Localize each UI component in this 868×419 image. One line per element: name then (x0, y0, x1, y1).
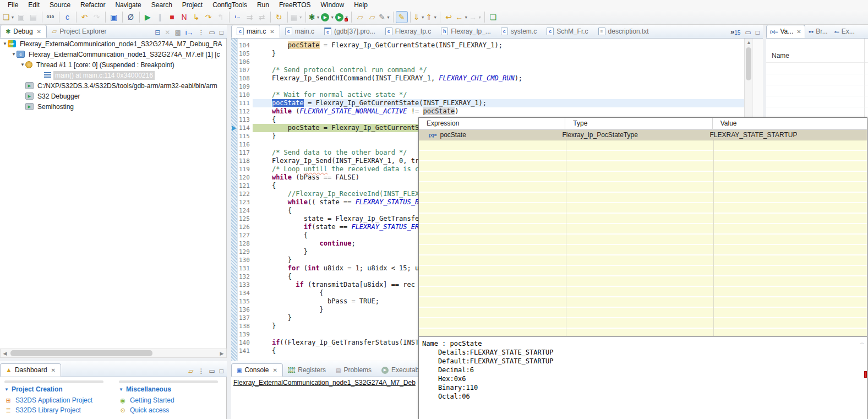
line-ruler[interactable] (231, 140, 238, 149)
line-ruler[interactable] (231, 182, 238, 190)
line-number[interactable]: 130 (238, 256, 253, 264)
vertical-splitter[interactable] (227, 25, 231, 419)
profile-launch-icon[interactable]: ▶▼ (335, 11, 349, 23)
debug-tree-item[interactable]: ▶Semihosting (0, 101, 226, 112)
scrollbar-thumb[interactable] (746, 47, 751, 80)
line-ruler[interactable] (231, 339, 238, 347)
save-all-icon[interactable]: ▤ (28, 11, 40, 23)
maximize-icon[interactable]: □ (220, 368, 223, 374)
tab-br[interactable]: ●●Br... (805, 25, 831, 38)
relaunch-icon[interactable]: ↻ (273, 11, 285, 23)
disconnect-icon[interactable]: N (178, 11, 190, 23)
close-icon[interactable]: ✕ (37, 29, 41, 35)
code-line[interactable]: 104 pocState = Flexray_Ip_GetCurrentStat… (231, 41, 749, 50)
open-perspective-icon[interactable]: ▱ (188, 368, 193, 374)
step-filters-icon[interactable]: ⇄ (256, 11, 268, 23)
more-tabs-indicator[interactable]: »15 (730, 27, 740, 38)
line-number[interactable]: 134 (238, 289, 253, 297)
save-icon[interactable]: ▣ (15, 11, 28, 23)
code-line[interactable]: 109 (231, 83, 749, 91)
tab-va[interactable]: (x)=Va...✕ (766, 25, 805, 38)
editor-tab-flexray-ip-c[interactable]: cFlexray_Ip.c (380, 25, 436, 38)
editor-vscrollbar[interactable]: ▲ (744, 39, 752, 117)
line-number[interactable]: 124 (238, 206, 253, 215)
line-number[interactable]: 123 (238, 198, 253, 206)
editor-tab-flexray-ip[interactable]: hFlexray_Ip_... (436, 25, 496, 38)
menu-freertos[interactable]: FreeRTOS (275, 1, 315, 9)
scroll-up-icon[interactable]: ︿ (860, 339, 865, 346)
line-number[interactable]: 110 (238, 91, 253, 99)
new-wizard-icon[interactable]: ❏▼ (2, 11, 15, 23)
line-number[interactable]: 104 (238, 41, 253, 50)
menu-project[interactable]: Project (178, 1, 207, 9)
line-number[interactable]: 138 (238, 322, 253, 330)
line-number[interactable]: 112 (238, 107, 253, 116)
link-s32ds-application-project[interactable]: ⊞S32DS Application Project (4, 395, 103, 405)
code-line[interactable]: 108 Flexray_Ip_SendCHICommand(INST_FLEXR… (231, 74, 749, 83)
tree-expander-icon[interactable]: ▼ (20, 62, 25, 67)
last-edit-location-icon[interactable]: ↩ (443, 11, 455, 23)
line-number[interactable]: 132 (238, 273, 253, 281)
tab-problems[interactable]: ▤Problems (331, 363, 376, 377)
connect-icon[interactable]: ⊟ (155, 29, 160, 36)
line-number[interactable]: 121 (238, 182, 253, 190)
scroll-up-icon[interactable]: ▲ (745, 39, 753, 45)
line-number[interactable]: 120 (238, 173, 253, 182)
menu-edit[interactable]: Edit (24, 1, 44, 9)
line-ruler[interactable] (231, 306, 238, 314)
tab-ex[interactable]: x=Ex... (831, 25, 858, 38)
line-number[interactable]: 135 (238, 297, 253, 306)
tab-dashboard[interactable]: ▲Dashboard✕ (0, 363, 61, 377)
line-ruler[interactable] (231, 264, 238, 273)
resume-icon[interactable]: ▶ (142, 11, 154, 23)
line-number[interactable]: 114 (238, 124, 253, 132)
line-ruler[interactable] (231, 50, 238, 58)
editor-tab-schm-fr-c[interactable]: cSchM_Fr.c (542, 25, 593, 38)
collapse-triangle-icon[interactable]: ▼ (119, 387, 123, 392)
expression-row-pocstate[interactable]: (x)= pocState Flexray_Ip_PocStateType FL… (419, 130, 867, 140)
next-annotation-icon[interactable]: ⇓▼ (413, 11, 425, 23)
menu-file[interactable]: File (3, 1, 23, 9)
view-menu-icon[interactable]: ⋮ (198, 29, 204, 36)
debug-launch-icon[interactable]: ✱▼ (308, 11, 321, 23)
code-line[interactable]: 107 /* Send protocol control run command… (231, 66, 749, 74)
line-number[interactable]: 126 (238, 223, 253, 231)
editor-tab-gdb-37-pro[interactable]: c(gdb[37].pro... (319, 25, 380, 38)
code-text[interactable]: pocState = Flexray_Ip_GetCurrentState(IN… (253, 99, 749, 107)
line-number[interactable]: 118 (238, 157, 253, 165)
line-number[interactable]: 129 (238, 248, 253, 256)
line-number[interactable]: 116 (238, 140, 253, 149)
build-c-icon[interactable]: c (62, 11, 74, 23)
debug-tree-item[interactable]: ▼NPFlexray_ExternalCommunication_node1_S… (0, 39, 226, 49)
show-execution-icon[interactable]: ⇉ (244, 11, 256, 23)
minimize-icon[interactable]: ▭ (209, 368, 215, 374)
line-ruler[interactable] (231, 297, 238, 306)
line-ruler[interactable] (231, 116, 238, 124)
line-ruler[interactable] (231, 157, 238, 165)
close-icon[interactable]: ✕ (796, 29, 801, 35)
highlighter-icon[interactable]: ✎ (396, 11, 408, 23)
instruction-step-mode-icon[interactable]: i→ (185, 29, 194, 36)
line-ruler[interactable] (231, 124, 238, 132)
code-line[interactable]: 105 } (231, 50, 749, 58)
editor-tab-main-c[interactable]: cmain.c✕ (231, 25, 280, 38)
variables-empty-row[interactable] (766, 85, 868, 96)
debug-tree-item[interactable]: ▼Thread #1 1 [core: 0] (Suspended : Brea… (0, 59, 226, 70)
redo-icon[interactable]: ↷ (91, 11, 103, 23)
console-view-icon[interactable]: ▣ (108, 11, 120, 23)
forward-icon[interactable]: →▼ (468, 11, 482, 23)
line-ruler[interactable] (231, 223, 238, 231)
code-text[interactable]: Flexray_Ip_SendCHICommand(INST_FLEXRAY_1… (253, 74, 749, 83)
maximize-icon[interactable]: □ (756, 29, 760, 36)
tree-expander-icon[interactable]: ▼ (11, 52, 17, 57)
pin-icon[interactable]: Ø (125, 11, 137, 23)
undo-icon[interactable]: ↶ (79, 11, 91, 23)
open-type-icon[interactable]: ▱ (354, 11, 366, 23)
memory-icon[interactable]: ▦▼ (290, 11, 303, 23)
line-number[interactable]: 105 (238, 50, 253, 58)
variables-empty-row[interactable] (766, 96, 868, 107)
line-number[interactable]: 106 (238, 58, 253, 66)
debug-tree-item[interactable]: main() at main.c:114 0x34000216 (0, 70, 226, 80)
line-number[interactable]: 107 (238, 66, 253, 74)
code-line[interactable]: 110 /* Wait for normal active state */ (231, 91, 749, 99)
